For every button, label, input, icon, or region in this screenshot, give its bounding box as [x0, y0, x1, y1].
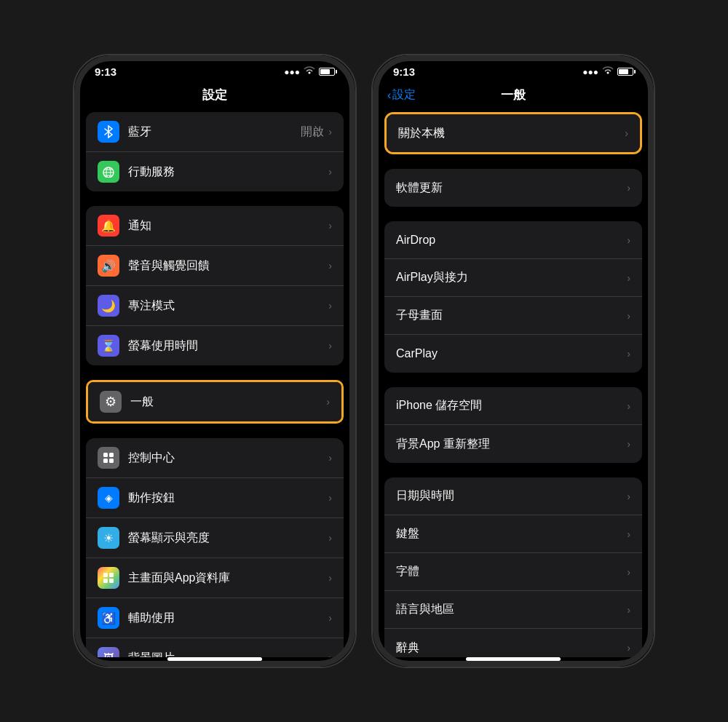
- left-status-bar: 9:13 ●●●: [74, 55, 355, 81]
- pip-chevron: ›: [627, 310, 630, 322]
- bluetooth-icon: [98, 121, 119, 143]
- right-nav-bar: ‹ 設定 一般: [373, 81, 654, 112]
- language-chevron: ›: [627, 604, 630, 616]
- dictionary-chevron: ›: [627, 642, 630, 654]
- dictionary-item[interactable]: 辭典 ›: [384, 629, 642, 657]
- screentime-icon: ⌛: [98, 335, 119, 357]
- display-label: 螢幕顯示與亮度: [128, 531, 328, 546]
- display-item[interactable]: ☀ 螢幕顯示與亮度 ›: [86, 518, 344, 558]
- pip-item[interactable]: 子母畫面 ›: [384, 297, 642, 335]
- right-time: 9:13: [393, 66, 415, 78]
- display-chevron: ›: [328, 532, 332, 544]
- svg-rect-6: [109, 453, 114, 457]
- bluetooth-label: 藍牙: [128, 124, 301, 140]
- left-home-indicator: [167, 657, 262, 661]
- airplay-item[interactable]: AirPlay與接力 ›: [384, 259, 642, 297]
- about-chevron: ›: [625, 127, 628, 139]
- left-settings-content: 藍牙 開啟 › 行動服務 ›: [74, 112, 355, 657]
- datetime-item[interactable]: 日期與時間 ›: [384, 477, 642, 515]
- font-item[interactable]: 字體 ›: [384, 553, 642, 591]
- airdrop-item[interactable]: AirDrop ›: [384, 221, 642, 259]
- focus-item[interactable]: 🌙 專注模式 ›: [86, 286, 344, 326]
- software-update-label: 軟體更新: [396, 180, 627, 196]
- homescreen-chevron: ›: [328, 572, 332, 584]
- airdrop-label: AirDrop: [396, 234, 627, 247]
- control-center-label: 控制中心: [128, 451, 328, 466]
- general-label: 一般: [130, 394, 326, 410]
- notifications-icon: 🔔: [98, 215, 119, 237]
- wallpaper-icon: 🖼: [98, 647, 119, 657]
- carplay-item[interactable]: CarPlay ›: [384, 335, 642, 373]
- airdrop-chevron: ›: [627, 234, 630, 246]
- right-nav-back[interactable]: ‹ 設定: [387, 87, 416, 103]
- right-home-indicator: [466, 657, 561, 661]
- storage-item[interactable]: iPhone 儲存空間 ›: [384, 387, 642, 425]
- svg-rect-9: [103, 573, 108, 577]
- action-button-chevron: ›: [328, 492, 332, 504]
- general-item[interactable]: ⚙ 一般 ›: [88, 382, 341, 421]
- about-item[interactable]: 關於本機 ›: [387, 114, 640, 152]
- cellular-icon: [98, 161, 119, 183]
- accessibility-item[interactable]: ♿ 輔助使用 ›: [86, 598, 344, 638]
- language-label: 語言與地區: [396, 602, 627, 617]
- svg-rect-5: [103, 453, 108, 457]
- action-button-label: 動作按鈕: [128, 491, 328, 506]
- about-highlighted-group: 關於本機 ›: [384, 112, 642, 154]
- focus-chevron: ›: [328, 300, 332, 312]
- general-highlighted-group: ⚙ 一般 ›: [86, 380, 344, 424]
- right-phone: 9:13 ●●● ‹ 設定 一般 關於: [371, 54, 655, 668]
- notifications-chevron: ›: [328, 220, 332, 231]
- accessibility-chevron: ›: [328, 612, 332, 624]
- right-status-icons: ●●●: [582, 66, 633, 77]
- right-settings-content: 關於本機 › 軟體更新 › AirDrop › AirPlay與接力 › 子母畫…: [373, 112, 654, 657]
- right-battery-icon: [617, 68, 633, 76]
- homescreen-item[interactable]: 主畫面與App資料庫 ›: [86, 558, 344, 598]
- left-time: 9:13: [95, 66, 116, 78]
- bg-refresh-label: 背景App 重新整理: [396, 437, 627, 452]
- focus-label: 專注模式: [128, 298, 328, 314]
- carplay-chevron: ›: [627, 348, 630, 360]
- sharing-group: AirDrop › AirPlay與接力 › 子母畫面 › CarPlay ›: [384, 221, 642, 373]
- datetime-label: 日期與時間: [396, 488, 627, 504]
- general-icon: ⚙: [100, 391, 122, 413]
- airplay-chevron: ›: [627, 272, 630, 284]
- font-label: 字體: [396, 564, 627, 579]
- right-signal-icon: ●●●: [582, 67, 598, 77]
- system-group: 控制中心 › ◈ 動作按鈕 › ☀ 螢幕顯示與亮度 ›: [86, 438, 344, 657]
- notifications-item[interactable]: 🔔 通知 ›: [86, 206, 344, 246]
- pip-label: 子母畫面: [396, 308, 627, 323]
- software-group: 軟體更新 ›: [384, 169, 642, 207]
- screentime-item[interactable]: ⌛ 螢幕使用時間 ›: [86, 326, 344, 365]
- sound-icon: 🔊: [98, 255, 119, 277]
- left-nav-bar: 設定: [74, 81, 355, 112]
- sound-item[interactable]: 🔊 聲音與觸覺回饋 ›: [86, 246, 344, 286]
- connectivity-group: 藍牙 開啟 › 行動服務 ›: [86, 112, 344, 191]
- screentime-label: 螢幕使用時間: [128, 338, 328, 354]
- svg-rect-10: [109, 573, 114, 577]
- svg-rect-7: [103, 459, 108, 463]
- wallpaper-item[interactable]: 🖼 背景圖片 ›: [86, 638, 344, 657]
- sound-chevron: ›: [328, 260, 332, 271]
- software-update-item[interactable]: 軟體更新 ›: [384, 169, 642, 207]
- bluetooth-item[interactable]: 藍牙 開啟 ›: [86, 112, 344, 152]
- signal-icon: ●●●: [284, 67, 300, 77]
- cellular-item[interactable]: 行動服務 ›: [86, 152, 344, 191]
- sound-label: 聲音與觸覺回饋: [128, 258, 328, 274]
- left-phone: 9:13 ●●● 設定: [73, 54, 357, 668]
- keyboard-chevron: ›: [627, 528, 630, 540]
- keyboard-item[interactable]: 鍵盤 ›: [384, 515, 642, 553]
- notifications-group: 🔔 通知 › 🔊 聲音與觸覺回饋 › 🌙 專注模式 ›: [86, 206, 344, 365]
- homescreen-label: 主畫面與App資料庫: [128, 571, 328, 586]
- language-item[interactable]: 語言與地區 ›: [384, 591, 642, 629]
- right-status-bar: 9:13 ●●●: [373, 55, 654, 81]
- carplay-label: CarPlay: [396, 347, 627, 360]
- action-button-icon: ◈: [98, 487, 119, 509]
- wallpaper-label: 背景圖片: [128, 651, 328, 658]
- cellular-label: 行動服務: [128, 164, 328, 180]
- regional-group: 日期與時間 › 鍵盤 › 字體 › 語言與地區 › 辭典 ›: [384, 477, 642, 657]
- bg-refresh-item[interactable]: 背景App 重新整理 ›: [384, 425, 642, 463]
- action-button-item[interactable]: ◈ 動作按鈕 ›: [86, 478, 344, 518]
- homescreen-icon: [98, 567, 119, 589]
- control-center-chevron: ›: [328, 452, 332, 464]
- control-center-item[interactable]: 控制中心 ›: [86, 438, 344, 478]
